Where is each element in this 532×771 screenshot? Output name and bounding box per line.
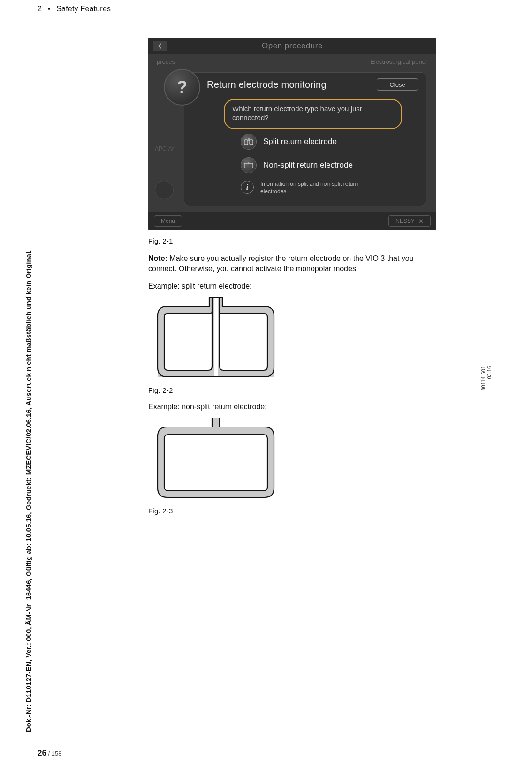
info-row[interactable]: i Information on split and non-split ret… (241, 181, 382, 195)
figure-2-1-screenshot: Open procedure proces Electrosurgical pe… (148, 38, 436, 230)
option-split-electrode[interactable]: Split return electrode (241, 134, 337, 150)
svg-rect-0 (244, 140, 248, 145)
menu-button[interactable]: Menu (154, 215, 182, 227)
figure-2-3-caption: Fig. 2-3 (148, 507, 436, 515)
page-footer: 26 / 158 (38, 748, 61, 758)
question-mark-icon: ? (164, 69, 200, 106)
option-nonsplit-label: Non-split return electrode (263, 160, 353, 170)
chapter-number: 2 (38, 5, 42, 13)
right-code-2: 03.16 (486, 366, 492, 379)
split-electrode-icon (241, 134, 257, 150)
nessy-button-label: NESSY (395, 218, 415, 224)
note-bold: Note: (148, 254, 167, 262)
figure-2-3-nonsplit-electrode (148, 418, 283, 500)
screenshot-side-circle (155, 181, 174, 199)
svg-rect-3 (164, 435, 267, 491)
page-total: 158 (52, 750, 62, 757)
close-button[interactable]: Close (377, 78, 418, 91)
page-header: 2 • Safety Features (38, 5, 111, 13)
document-metadata-vertical: Dok.-Nr: D110127-EN, Ver.: 000, ÄM-Nr: 1… (24, 250, 32, 732)
page-number: 26 (38, 748, 46, 757)
subheader-right: Electrosurgical pencil (370, 58, 428, 69)
right-margin-code: 80114-601 03.16 (480, 366, 492, 391)
nessy-button[interactable]: NESSY ✕ (388, 215, 431, 227)
subheader-left: proces (157, 58, 175, 69)
close-x-icon: ✕ (418, 218, 424, 225)
chapter-title: Safety Features (56, 5, 111, 13)
svg-rect-1 (250, 140, 253, 145)
screenshot-title: Open procedure (167, 41, 418, 51)
modal-dialog: ? Return electrode monitoring Close Whic… (184, 72, 426, 206)
option-split-label: Split return electrode (263, 137, 337, 146)
info-text: Information on split and non-split retur… (260, 181, 382, 195)
back-icon (157, 43, 163, 49)
screenshot-subheader: proces Electrosurgical pencil (157, 58, 428, 69)
example-1-label: Example: split return electrode: (148, 282, 436, 290)
note-paragraph: Note: Make sure you actually register th… (148, 253, 436, 274)
screenshot-side-label: APC-Ar (155, 145, 174, 152)
right-code-1: 80114-601 (480, 366, 486, 391)
figure-2-2-split-electrode (148, 297, 283, 380)
main-content: Open procedure proces Electrosurgical pe… (148, 38, 436, 515)
option-nonsplit-electrode[interactable]: Non-split return electrode (241, 157, 353, 173)
nonsplit-electrode-icon (241, 157, 257, 173)
header-separator: • (48, 5, 51, 13)
back-button[interactable] (153, 41, 167, 51)
figure-2-2-caption: Fig. 2-2 (148, 386, 436, 394)
example-2-label: Example: non-split return electrode: (148, 403, 436, 411)
menu-button-label: Menu (161, 218, 175, 224)
close-button-label: Close (389, 81, 405, 88)
info-icon: i (241, 181, 254, 194)
modal-title: Return electrode monitoring (207, 79, 327, 90)
screenshot-bottombar: Menu NESSY ✕ (148, 212, 436, 230)
page-sep: / (46, 750, 52, 757)
screenshot-topbar: Open procedure (148, 38, 436, 54)
svg-rect-2 (244, 163, 253, 168)
question-text: Which return electrode type have you jus… (232, 105, 362, 122)
figure-2-1-caption: Fig. 2-1 (148, 237, 436, 245)
note-text: Make sure you actually register the retu… (148, 254, 414, 273)
question-bubble: Which return electrode type have you jus… (224, 99, 402, 129)
